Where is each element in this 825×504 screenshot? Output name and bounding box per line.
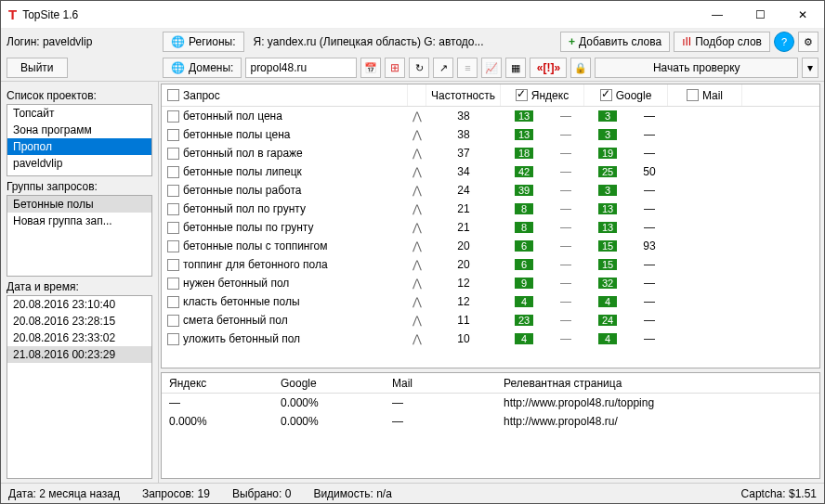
list-item[interactable]: 20.08.2016 23:33:02 (7, 330, 151, 346)
table-row[interactable]: топпинг для бетонного пола⋀206—15— (162, 255, 819, 274)
chart-icon[interactable]: ⋀ (408, 110, 426, 123)
regions-button[interactable]: 🌐 Регионы: (163, 32, 244, 52)
lock-icon[interactable]: 🔒 (570, 58, 591, 78)
sort-icon[interactable]: ≡ (457, 58, 478, 78)
maximize-button[interactable]: ☐ (739, 1, 781, 29)
projects-list[interactable]: ТопсайтЗона программПрополpaveldvlip (7, 104, 152, 176)
row-checkbox[interactable] (167, 296, 179, 308)
detail-col-yandex: Яндекс (162, 377, 273, 390)
groups-list[interactable]: Бетонные полыНовая группа зап... (7, 195, 152, 277)
chart-icon[interactable]: ⋀ (408, 128, 426, 141)
row-checkbox[interactable] (167, 222, 179, 234)
window-title: TopSite 1.6 (22, 8, 696, 21)
dates-list[interactable]: 20.08.2016 23:10:4020.08.2016 23:28:1520… (7, 295, 152, 479)
list-item[interactable]: 20.08.2016 23:10:40 (7, 296, 151, 313)
row-checkbox[interactable] (167, 148, 179, 160)
close-button[interactable]: ✕ (781, 1, 824, 29)
projects-label: Список проектов: (7, 89, 152, 102)
table-row[interactable]: нужен бетонный пол⋀129—32— (162, 274, 819, 292)
calendar-icon[interactable]: 📅 (360, 58, 381, 78)
chart-icon[interactable]: ⋀ (408, 147, 426, 160)
news-icon[interactable]: ▦ (505, 58, 526, 78)
row-checkbox[interactable] (167, 166, 179, 178)
google-delta: — (631, 147, 668, 160)
chart-icon[interactable]: ⋀ (408, 314, 426, 327)
chart-icon[interactable]: ⋀ (408, 202, 426, 215)
google-rank: 19 (584, 148, 631, 159)
list-item[interactable]: Бетонные полы (7, 196, 151, 213)
table-row[interactable]: бетонные полы липецк⋀3442—2550 (162, 162, 819, 181)
help-button[interactable]: ? (774, 32, 794, 52)
history-icon[interactable]: ↻ (409, 58, 429, 78)
col-query[interactable]: Запрос (183, 89, 220, 102)
query-text: бетонные полы цена (183, 128, 291, 141)
table-row[interactable]: бетонные полы цена⋀3813—3— (162, 125, 819, 144)
google-delta: — (631, 258, 668, 271)
yandex-delta: — (547, 258, 584, 271)
table-row[interactable]: бетонный пол в гараже⋀3718—19— (162, 144, 819, 162)
list-item[interactable]: Зона программ (7, 122, 151, 138)
logout-button[interactable]: Выйти (7, 58, 68, 78)
table-row[interactable]: класть бетонные полы⋀124—4— (162, 292, 819, 311)
chart-icon[interactable]: ⋀ (408, 184, 426, 197)
table-row[interactable]: бетонный пол по грунту⋀218—13— (162, 200, 819, 218)
row-checkbox[interactable] (167, 278, 179, 290)
google-delta: — (631, 110, 668, 123)
table-row[interactable]: бетонные полы с топпингом⋀206—1593 (162, 237, 819, 255)
col-yandex[interactable]: Яндекс (531, 89, 569, 102)
table-row[interactable]: бетонный пол цена⋀3813—3— (162, 107, 819, 125)
yandex-delta: — (547, 184, 584, 197)
chart-icon[interactable]: ⋀ (408, 258, 426, 271)
chart-icon[interactable]: ⋀ (408, 239, 426, 252)
mail-checkbox[interactable] (687, 89, 699, 101)
list-item[interactable]: Новая группа зап... (7, 213, 151, 229)
row-checkbox[interactable] (167, 110, 179, 123)
col-frequency[interactable]: Частотность (431, 89, 495, 102)
domain-input[interactable] (245, 58, 357, 78)
list-item[interactable]: Топсайт (7, 105, 151, 122)
minimize-button[interactable]: — (696, 1, 739, 29)
start-check-button[interactable]: Начать проверку (595, 58, 798, 78)
row-checkbox[interactable] (167, 185, 179, 197)
query-text: бетонные полы по грунту (183, 221, 313, 234)
domains-button[interactable]: 🌐 Домены: (163, 58, 242, 78)
add-words-button[interactable]: + Добавить слова (560, 32, 670, 52)
row-checkbox[interactable] (167, 333, 179, 345)
google-delta: — (631, 202, 668, 215)
chart-icon[interactable]: 📈 (481, 58, 502, 78)
row-checkbox[interactable] (167, 259, 179, 271)
table-row[interactable]: бетонные полы работа⋀2439—3— (162, 181, 819, 200)
chart-icon[interactable]: ⋀ (408, 221, 426, 234)
export-icon[interactable]: ↗ (433, 58, 453, 78)
table-row[interactable]: уложить бетонный пол⋀104—4— (162, 330, 819, 348)
settings-button[interactable]: ⚙ (798, 32, 818, 52)
grid-icon[interactable]: ⊞ (385, 58, 405, 78)
col-google[interactable]: Google (616, 89, 652, 102)
list-item[interactable]: Пропол (7, 138, 151, 155)
row-checkbox[interactable] (167, 315, 179, 327)
list-item[interactable]: paveldvlip (7, 155, 151, 172)
yandex-delta: — (547, 295, 584, 308)
word-pick-button[interactable]: ıII Подбор слов (674, 32, 770, 52)
brackets-icon[interactable]: «[!]» (530, 58, 567, 78)
table-row[interactable]: смета бетонный пол⋀1123—24— (162, 311, 819, 330)
row-checkbox[interactable] (167, 203, 179, 215)
chart-icon[interactable]: ⋀ (408, 277, 426, 290)
row-checkbox[interactable] (167, 240, 179, 252)
google-rank: 13 (584, 203, 631, 214)
chart-icon[interactable]: ⋀ (408, 295, 426, 308)
chart-icon[interactable]: ⋀ (408, 165, 426, 178)
row-checkbox[interactable] (167, 129, 179, 141)
list-item[interactable]: 20.08.2016 23:28:15 (7, 313, 151, 330)
yandex-delta: — (547, 221, 584, 234)
table-row[interactable]: бетонные полы по грунту⋀218—13— (162, 218, 819, 237)
frequency: 37 (426, 147, 501, 160)
start-check-dropdown[interactable]: ▾ (802, 58, 818, 78)
grid-body[interactable]: бетонный пол цена⋀3813—3—бетонные полы ц… (162, 107, 819, 368)
yandex-checkbox[interactable] (516, 89, 528, 101)
google-checkbox[interactable] (600, 89, 612, 101)
list-item[interactable]: 21.08.2016 00:23:29 (7, 346, 151, 363)
col-mail[interactable]: Mail (702, 89, 723, 102)
chart-icon[interactable]: ⋀ (408, 332, 426, 345)
select-all-checkbox[interactable] (167, 89, 179, 101)
